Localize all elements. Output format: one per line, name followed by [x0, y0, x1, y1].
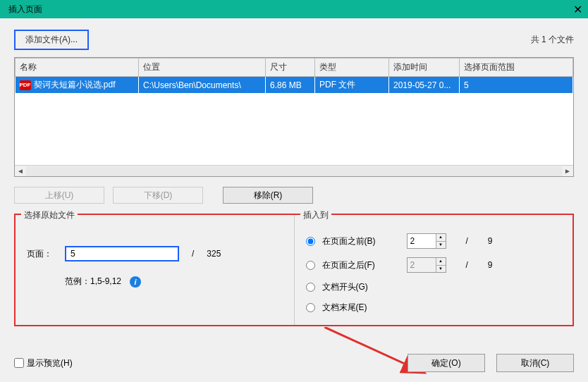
move-up-button: 上移(U): [14, 187, 104, 204]
scroll-track[interactable]: [26, 166, 562, 176]
radio-before[interactable]: [306, 237, 315, 246]
show-preview-checkbox[interactable]: 显示预览(H): [14, 357, 73, 369]
after-slash: /: [466, 260, 468, 270]
table-row[interactable]: PDF契诃夫短篇小说选.pdf C:\Users\Ben\Documents\ …: [16, 77, 573, 94]
chevron-down-icon[interactable]: ▼: [436, 241, 446, 249]
col-name[interactable]: 名称: [16, 58, 139, 77]
radio-after-label: 在页面之后(F): [322, 259, 400, 271]
col-location[interactable]: 位置: [139, 58, 266, 77]
page-total: 325: [207, 249, 221, 259]
close-icon[interactable]: ✕: [573, 3, 582, 16]
window-title: 插入页面: [6, 4, 42, 16]
radio-after[interactable]: [306, 261, 315, 270]
preview-checkbox-input[interactable]: [14, 358, 24, 368]
cell-type: PDF 文件: [315, 77, 389, 94]
after-total: 9: [488, 260, 493, 270]
col-range[interactable]: 选择页面范围: [460, 58, 573, 77]
table-header-row: 名称 位置 尺寸 类型 添加时间 选择页面范围: [16, 58, 573, 77]
chevron-up-icon[interactable]: ▲: [436, 234, 446, 241]
before-total: 9: [488, 236, 493, 246]
scroll-right-icon[interactable]: ►: [562, 167, 573, 175]
radio-doc-start-label: 文档开头(G): [322, 281, 400, 293]
after-value: [408, 258, 436, 272]
insert-group: 插入到 在页面之前(B) ▲▼ / 9 在页面之后(F): [294, 215, 573, 325]
titlebar: 插入页面 ✕: [0, 0, 588, 18]
col-added[interactable]: 添加时间: [389, 58, 460, 77]
radio-doc-start[interactable]: [306, 283, 315, 292]
ok-button[interactable]: 确定(O): [408, 354, 485, 372]
source-group-title: 选择原始文件: [21, 209, 78, 221]
example-label: 范例：1,5-9,12: [65, 276, 121, 288]
info-icon[interactable]: i: [130, 276, 141, 288]
chevron-up-icon: ▲: [436, 258, 446, 265]
radio-doc-end[interactable]: [306, 303, 315, 312]
page-input[interactable]: [65, 246, 179, 261]
insert-group-title: 插入到: [300, 209, 331, 221]
page-label: 页面：: [27, 248, 58, 260]
scroll-left-icon[interactable]: ◄: [15, 167, 26, 175]
after-spinner: ▲▼: [407, 257, 446, 273]
cancel-button[interactable]: 取消(C): [496, 354, 574, 372]
col-size[interactable]: 尺寸: [266, 58, 315, 77]
radio-doc-end-label: 文档末尾(E): [322, 302, 400, 314]
remove-button[interactable]: 移除(R): [223, 187, 313, 204]
before-value[interactable]: [408, 234, 436, 248]
file-count-label: 共 1 个文件: [531, 34, 574, 46]
page-slash: /: [192, 249, 194, 259]
source-group: 选择原始文件 页面： / 325 范例：1,5-9,12 i: [16, 215, 294, 325]
file-table: 名称 位置 尺寸 类型 添加时间 选择页面范围 PDF契诃夫短篇小说选.pdf …: [14, 57, 574, 177]
add-file-button[interactable]: 添加文件(A)...: [14, 30, 89, 50]
preview-label: 显示预览(H): [27, 357, 73, 369]
cell-name: 契诃夫短篇小说选.pdf: [34, 80, 116, 90]
radio-before-label: 在页面之前(B): [322, 235, 400, 247]
horizontal-scrollbar[interactable]: ◄ ►: [15, 165, 573, 176]
cell-range: 5: [460, 77, 573, 94]
cell-size: 6.86 MB: [266, 77, 315, 94]
chevron-down-icon: ▼: [436, 265, 446, 273]
move-down-button: 下移(D): [113, 187, 203, 204]
cell-location: C:\Users\Ben\Documents\: [139, 77, 266, 94]
before-spinner[interactable]: ▲▼: [407, 233, 446, 249]
cell-added: 2019-05-27 0...: [389, 77, 460, 94]
before-slash: /: [466, 236, 468, 246]
pdf-icon: PDF: [20, 80, 31, 90]
col-type[interactable]: 类型: [315, 58, 389, 77]
dialog-content: 添加文件(A)... 共 1 个文件 名称 位置 尺寸 类型 添加时间 选择页面…: [0, 18, 588, 382]
